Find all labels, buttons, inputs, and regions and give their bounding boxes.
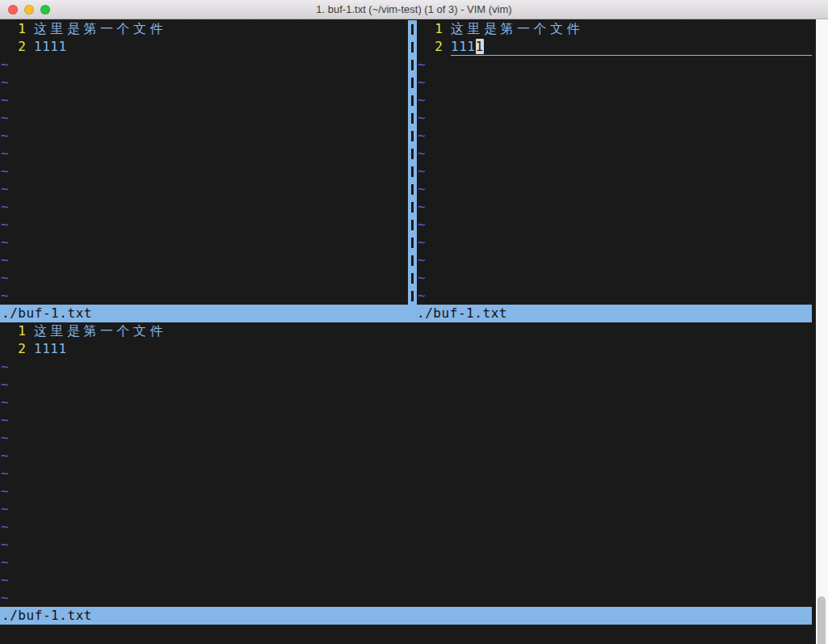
tilde-row: ~	[417, 145, 812, 162]
line-text: 1111	[34, 38, 67, 56]
tilde-row: ~	[417, 234, 812, 251]
tilde-row: ~	[0, 571, 812, 589]
line-text: 这里是第一个文件	[34, 322, 166, 340]
tilde-row: ~	[417, 127, 812, 145]
tilde: ~	[0, 518, 9, 536]
window-title: 1. buf-1.txt (~/vim-test) (1 of 3) - VIM…	[0, 0, 828, 19]
separator-dash	[408, 162, 417, 180]
macvim-window: 1. buf-1.txt (~/vim-test) (1 of 3) - VIM…	[0, 0, 828, 644]
tilde: ~	[417, 269, 426, 287]
tilde-row: ~	[417, 162, 812, 180]
tilde: ~	[417, 91, 426, 109]
close-button[interactable]	[8, 5, 18, 15]
line-number: 1	[417, 20, 443, 38]
tilde: ~	[417, 234, 426, 251]
buffer-line: 2 1111	[0, 340, 812, 358]
fullscreen-button[interactable]	[40, 5, 50, 15]
separator-dash	[408, 251, 417, 269]
tilde: ~	[0, 234, 9, 251]
tilde-row: ~	[0, 536, 812, 554]
minimize-button[interactable]	[24, 5, 34, 15]
buffer-line: 1 这里是第一个文件	[0, 322, 812, 340]
tilde-row: ~	[0, 91, 408, 109]
tilde-row: ~	[417, 216, 812, 234]
scrollbar-track[interactable]	[816, 19, 828, 644]
tilde: ~	[0, 216, 9, 234]
separator-dash	[408, 91, 417, 109]
tilde-row: ~	[0, 589, 812, 607]
titlebar[interactable]: 1. buf-1.txt (~/vim-test) (1 of 3) - VIM…	[0, 0, 828, 19]
tilde-row: ~	[0, 500, 812, 518]
tilde: ~	[0, 447, 9, 465]
separator-dash	[408, 180, 417, 198]
tilde-row: ~	[417, 74, 812, 91]
tilde-row: ~	[0, 482, 812, 500]
tilde: ~	[417, 109, 426, 127]
separator-dash	[408, 56, 417, 74]
tilde-row: ~	[417, 269, 812, 287]
tilde: ~	[0, 554, 9, 571]
tilde: ~	[0, 74, 9, 91]
tilde: ~	[417, 162, 426, 180]
tilde-row: ~	[0, 74, 408, 91]
tilde: ~	[417, 127, 426, 145]
tilde: ~	[0, 269, 9, 287]
tilde: ~	[0, 376, 9, 394]
tilde-row: ~	[417, 198, 812, 216]
scrollbar-thumb[interactable]	[817, 596, 826, 644]
buffer-line: 1 这里是第一个文件	[0, 20, 408, 38]
line-number: 1	[0, 322, 26, 340]
empty-lines: ~ ~~~~~~~~~~~~~	[0, 56, 408, 305]
vertical-split-separator[interactable]	[408, 20, 417, 305]
empty-lines: ~ ~~~~~~~~~~~~~	[0, 358, 812, 607]
statusline-top[interactable]: ./buf-1.txt ./buf-1.txt	[0, 305, 812, 322]
tilde: ~	[0, 358, 9, 376]
tilde-row: ~	[0, 145, 408, 162]
tilde-row: ~	[0, 127, 408, 145]
tilde: ~	[0, 536, 9, 554]
buffer-line: 2 1111	[0, 38, 408, 56]
window-top-left[interactable]: 1 这里是第一个文件 2 1111 ~ ~~~~~~~~~~~~~	[0, 20, 408, 305]
tilde: ~	[0, 429, 9, 447]
tilde: ~	[0, 180, 9, 198]
tilde: ~	[0, 411, 9, 429]
tilde-row: ~	[417, 56, 812, 74]
statusline-bottom[interactable]: ./buf-1.txt	[0, 607, 812, 625]
window-top-right-active[interactable]: 1 这里是第一个文件 2 1111 ~ ~~~~~~~~~~~~~	[417, 20, 812, 305]
tilde-row: ~	[0, 251, 408, 269]
tilde-row: ~	[0, 234, 408, 251]
tilde: ~	[0, 56, 9, 74]
tilde-row: ~	[0, 269, 408, 287]
statusline-file-right: ./buf-1.txt	[417, 305, 812, 322]
top-splits: 1 这里是第一个文件 2 1111 ~ ~~~~~~~~~~~~~ 1	[0, 20, 812, 305]
tilde: ~	[0, 91, 9, 109]
tilde: ~	[417, 74, 426, 91]
window-bottom[interactable]: 1 这里是第一个文件 2 1111 ~ ~~~~~~~~~~~~~	[0, 322, 812, 607]
tilde: ~	[0, 465, 9, 482]
separator-dash	[408, 287, 417, 305]
tilde-row: ~	[0, 198, 408, 216]
tilde-row: ~	[0, 447, 812, 465]
separator-dash	[408, 269, 417, 287]
tilde: ~	[0, 251, 9, 269]
tilde-row: ~	[0, 216, 408, 234]
separator-dash	[408, 145, 417, 162]
tilde-row: ~	[0, 376, 812, 394]
line-number: 1	[0, 20, 26, 38]
line-text: 1111	[451, 38, 812, 56]
tilde-row: ~	[417, 251, 812, 269]
tilde-row: ~	[0, 554, 812, 571]
separator-dashes	[408, 20, 417, 305]
tilde: ~	[0, 589, 9, 607]
line-text: 1111	[34, 340, 67, 358]
tilde: ~	[0, 127, 9, 145]
tilde-row: ~	[417, 91, 812, 109]
tilde: ~	[0, 500, 9, 518]
tilde-row: ~	[0, 180, 408, 198]
statusline-file: ./buf-1.txt	[0, 607, 92, 625]
tilde-row: ~	[0, 411, 812, 429]
tilde-row: ~	[0, 109, 408, 127]
tilde: ~	[417, 145, 426, 162]
command-line[interactable]: :vsp	[0, 625, 812, 642]
line-text: 这里是第一个文件	[34, 20, 166, 38]
